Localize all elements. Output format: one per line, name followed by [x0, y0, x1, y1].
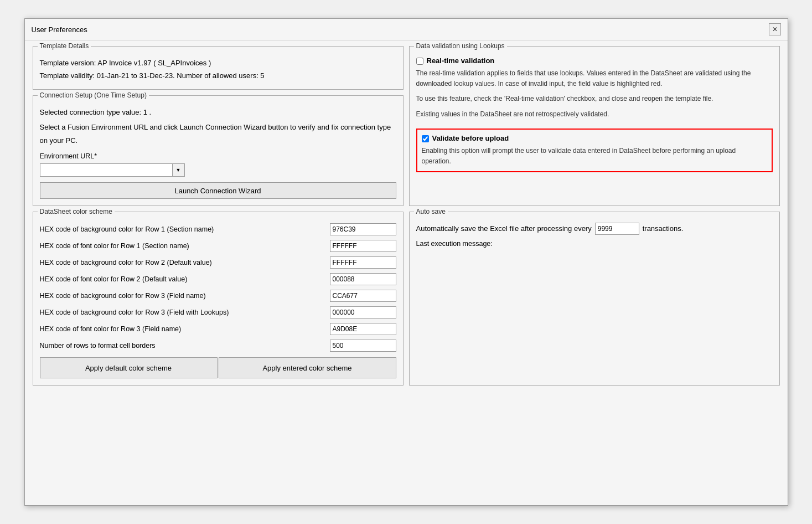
color-scheme-row: HEX code of background color for Row 3 (…	[40, 306, 396, 318]
color-scheme-row-label: HEX code of background color for Row 1 (…	[40, 225, 330, 233]
color-buttons: Apply default color scheme Apply entered…	[40, 357, 396, 378]
realtime-desc3: Existing values in the DataSheet are not…	[416, 109, 773, 120]
color-scheme-row: HEX code of background color for Row 3 (…	[40, 290, 396, 302]
color-scheme-row: HEX code of font color for Row 2 (Defaul…	[40, 273, 396, 285]
data-validation-group: Data validation using Lookups Real-time …	[409, 46, 780, 206]
dropdown-arrow-icon[interactable]: ▼	[173, 163, 185, 177]
env-url-input[interactable]	[40, 163, 173, 177]
color-rows-container: HEX code of background color for Row 1 (…	[40, 223, 396, 352]
color-scheme-row-input[interactable]	[330, 240, 396, 252]
apply-default-color-button[interactable]: Apply default color scheme	[40, 357, 218, 378]
env-url-label: Environment URL*	[40, 150, 396, 163]
color-scheme-row-label: HEX code of background color for Row 3 (…	[40, 292, 330, 300]
color-scheme-row: HEX code of background color for Row 1 (…	[40, 223, 396, 235]
color-scheme-row: HEX code of font color for Row 1 (Sectio…	[40, 240, 396, 252]
color-scheme-row: Number of rows to format cell borders	[40, 340, 396, 352]
template-validity-line: Template validity: 01-Jan-21 to 31-Dec-2…	[40, 69, 396, 82]
color-scheme-row-input[interactable]	[330, 256, 396, 269]
last-execution-row: Last execution message:	[416, 240, 773, 248]
color-scheme-row-label: HEX code of font color for Row 2 (Defaul…	[40, 275, 330, 283]
transactions-input[interactable]	[595, 223, 639, 235]
color-scheme-row-label: HEX code of background color for Row 2 (…	[40, 259, 330, 266]
realtime-validation-checkbox[interactable]	[416, 58, 423, 65]
color-scheme-row: HEX code of background color for Row 2 (…	[40, 256, 396, 269]
auto-save-description: Automatically save the Excel file after …	[416, 222, 592, 235]
validate-upload-desc: Enabling this option will prompt the use…	[422, 146, 767, 167]
validate-upload-row: Validate before upload	[422, 134, 767, 142]
color-scheme-row-label: HEX code of font color for Row 3 (Field …	[40, 325, 330, 333]
auto-save-row: Automatically save the Excel file after …	[416, 222, 773, 235]
connection-setup-group: Connection Setup (One Time Setup) Select…	[33, 95, 404, 207]
transactions-label: transactions.	[643, 222, 684, 235]
realtime-desc2: To use this feature, check the 'Real-tim…	[416, 94, 773, 104]
color-scheme-row-input[interactable]	[330, 306, 396, 318]
validate-upload-checkbox[interactable]	[422, 135, 429, 142]
color-scheme-row-input[interactable]	[330, 290, 396, 302]
color-scheme-row-input[interactable]	[330, 273, 396, 285]
close-button[interactable]: ✕	[769, 23, 781, 35]
auto-save-title: Auto save	[414, 208, 448, 215]
template-details-content: Template version: AP Invoice v1.97 ( SL_…	[40, 56, 396, 83]
auto-save-content: Automatically save the Excel file after …	[416, 222, 773, 247]
user-preferences-dialog: User Preferences ✕ Template Details Temp…	[24, 18, 788, 506]
validate-upload-label: Validate before upload	[432, 134, 509, 142]
last-execution-label: Last execution message:	[416, 240, 493, 248]
dialog-body: Template Details Template version: AP In…	[25, 40, 788, 393]
apply-entered-color-button[interactable]: Apply entered color scheme	[219, 357, 396, 378]
validation-section: Real-time validation The real-time valid…	[416, 56, 773, 172]
template-version-line: Template version: AP Invoice v1.97 ( SL_…	[40, 56, 396, 69]
color-scheme-row: HEX code of font color for Row 3 (Field …	[40, 323, 396, 335]
datasheet-color-title: DataSheet color scheme	[38, 208, 115, 215]
connection-type-line: Selected connection type value: 1 .	[40, 106, 396, 119]
connection-setup-title: Connection Setup (One Time Setup)	[38, 91, 149, 99]
dialog-title: User Preferences	[32, 25, 87, 34]
launch-connection-wizard-button[interactable]: Launch Connection Wizard	[40, 182, 396, 199]
realtime-validation-label: Real-time validation	[427, 56, 495, 65]
color-scheme-row-label: HEX code of background color for Row 3 (…	[40, 309, 330, 316]
data-validation-title: Data validation using Lookups	[414, 42, 507, 50]
datasheet-color-group: DataSheet color scheme HEX code of backg…	[33, 212, 404, 386]
realtime-validation-row: Real-time validation	[416, 56, 773, 65]
color-scheme-row-label: HEX code of font color for Row 1 (Sectio…	[40, 242, 330, 250]
realtime-desc1: The real-time validation applies to fiel…	[416, 68, 773, 89]
connection-desc-line: Select a Fusion Environment URL and clic…	[40, 121, 396, 147]
env-url-row: ▼	[40, 163, 396, 177]
color-scheme-row-label: Number of rows to format cell borders	[40, 342, 330, 350]
color-scheme-row-input[interactable]	[330, 223, 396, 235]
connection-setup-content: Selected connection type value: 1 . Sele…	[40, 106, 396, 199]
validate-upload-box: Validate before upload Enabling this opt…	[416, 129, 773, 172]
color-scheme-row-input[interactable]	[330, 340, 396, 352]
template-details-title: Template Details	[38, 42, 91, 50]
auto-save-group: Auto save Automatically save the Excel f…	[409, 212, 780, 386]
color-scheme-row-input[interactable]	[330, 323, 396, 335]
title-bar: User Preferences ✕	[25, 19, 788, 40]
template-details-group: Template Details Template version: AP In…	[33, 46, 404, 90]
